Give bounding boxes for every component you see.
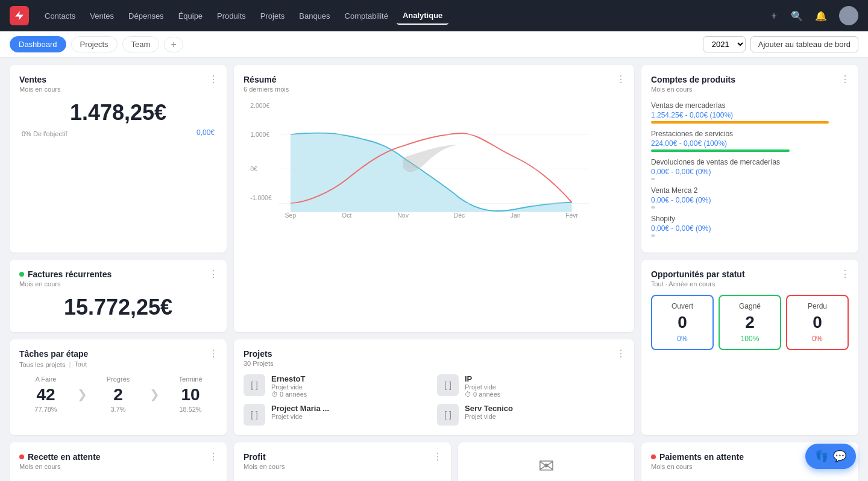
projets-card: Projets 30 Projets ⋮ [ ] ErnestoT Projet… xyxy=(234,339,634,435)
recette-dot xyxy=(19,454,24,459)
factures-amount: 15.772,25€ xyxy=(19,295,217,320)
projets-list: [ ] ErnestoT Projet vide ⏱ 0 années [ ] … xyxy=(244,374,624,426)
ventes-subtitle: Mois en cours xyxy=(19,86,217,93)
svg-text:Jan: Jan xyxy=(511,212,521,219)
svg-text:0€: 0€ xyxy=(250,166,257,172)
recette-menu[interactable]: ⋮ xyxy=(209,451,218,462)
compte-item-2: Devoluciones de ventas de mercaderías 0,… xyxy=(651,158,849,180)
factures-subtitle: Mois en cours xyxy=(19,280,217,288)
topnav: Contacts Ventes Dépenses Équipe Produits… xyxy=(0,0,868,31)
ventes-menu[interactable]: ⋮ xyxy=(209,74,218,85)
projet-item-0[interactable]: [ ] ErnestoT Projet vide ⏱ 0 années xyxy=(244,374,431,398)
nav-equipe[interactable]: Équipe xyxy=(172,8,209,24)
resume-menu[interactable]: ⋮ xyxy=(616,74,626,85)
projets-menu[interactable]: ⋮ xyxy=(616,348,626,359)
compte-item-1: Prestaciones de servicios 224,00€ - 0,00… xyxy=(651,130,849,152)
nav-contacts[interactable]: Contacts xyxy=(39,8,81,24)
svg-text:Févr: Févr xyxy=(565,212,578,219)
profit-menu[interactable]: ⋮ xyxy=(433,451,442,462)
opps-title: Opportunités par statut xyxy=(651,269,849,279)
compte-bar-2 xyxy=(651,178,655,180)
fab-chat-icon: 💬 xyxy=(833,450,846,463)
paiements-title: Paiements en attente xyxy=(659,452,744,462)
compte-item-0: Ventas de mercaderías 1.254,25€ - 0,00€ … xyxy=(651,101,849,124)
nav-depenses[interactable]: Dépenses xyxy=(122,8,170,24)
svg-text:Nov: Nov xyxy=(397,212,409,219)
projets-title: Projets xyxy=(244,349,624,359)
profit-subtitle: Mois en cours xyxy=(244,463,441,470)
recette-title: Recette en attente xyxy=(28,452,101,462)
compte-item-3: Venta Merca 2 0,00€ - 0,00€ (0%) xyxy=(651,186,849,209)
bell-icon[interactable]: 🔔 xyxy=(810,7,832,25)
tab-team[interactable]: Team xyxy=(122,36,160,52)
search-icon[interactable]: 🔍 xyxy=(786,7,808,25)
compte-bar-4 xyxy=(651,234,655,237)
tache-afaire: A Faire 42 77.78% xyxy=(19,376,72,413)
ventes-card: Ventes Mois en cours ⋮ 1.478,25€ 0% De l… xyxy=(10,65,227,253)
projet-icon-2: [ ] xyxy=(244,404,265,426)
nav-produits[interactable]: Produits xyxy=(211,8,252,24)
recette-amount: 1.783,73€ xyxy=(19,477,217,481)
taches-card: Tâches par étape Tous les projets | Tout… xyxy=(10,339,227,435)
opps-subtitle: Tout · Année en cours xyxy=(651,280,849,288)
svg-text:-1.000€: -1.000€ xyxy=(250,195,272,201)
projet-item-3[interactable]: [ ] Serv Tecnico Projet vide xyxy=(437,404,624,426)
tache-termine: Terminé 10 18.52% xyxy=(164,376,217,413)
svg-text:Sep: Sep xyxy=(285,212,297,219)
compte-item-4: Shopify 0,00€ - 0,00€ (0%) xyxy=(651,215,849,237)
resume-chart: 2.000€ 1.000€ 0€ -1.000€ Sep Oct Nov Déc… xyxy=(244,100,624,221)
taches-filter[interactable]: Tout xyxy=(74,360,87,368)
comptes-menu[interactable]: ⋮ xyxy=(840,74,850,85)
nav-ventes[interactable]: Ventes xyxy=(84,8,120,24)
arrow-2: ❯ xyxy=(147,387,162,401)
tabs-bar: Dashboard Projects Team + 2021 2020 2022… xyxy=(0,31,868,58)
add-icon[interactable]: ＋ xyxy=(764,6,784,26)
arrow-1: ❯ xyxy=(75,387,89,401)
svg-text:Oct: Oct xyxy=(342,212,351,219)
paiements-dot xyxy=(651,454,656,459)
projet-item-1[interactable]: [ ] IP Projet vide ⏱ 0 années xyxy=(437,374,624,398)
nav-analytique[interactable]: Analytique xyxy=(397,7,448,25)
compte-bar-0 xyxy=(651,121,829,124)
user-avatar[interactable] xyxy=(839,6,858,25)
nav-projets[interactable]: Projets xyxy=(254,8,291,24)
opp-gagne: Gagné 2 100% xyxy=(719,295,781,350)
taches-menu[interactable]: ⋮ xyxy=(209,348,218,359)
bottom-row: Recette en attente Mois en cours ⋮ 1.783… xyxy=(10,442,858,481)
year-select[interactable]: 2021 2020 2022 xyxy=(703,36,746,52)
fab-footprint-icon: 👣 xyxy=(815,450,828,463)
factures-menu[interactable]: ⋮ xyxy=(209,268,218,280)
paiements-amount: 146,41€ xyxy=(651,477,849,481)
tab-add-button[interactable]: + xyxy=(164,37,183,52)
svg-text:Déc: Déc xyxy=(454,212,465,219)
compte-bar-1 xyxy=(651,149,790,152)
comptes-card: Comptes de produits Mois en cours ⋮ Vent… xyxy=(641,65,858,253)
comptes-subtitle: Mois en cours xyxy=(651,86,849,93)
email-icon: ✉ xyxy=(538,454,555,477)
fab-button[interactable]: 👣 💬 xyxy=(805,444,856,469)
recette-card: Recette en attente Mois en cours ⋮ 1.783… xyxy=(10,442,227,481)
nav-comptabilite[interactable]: Comptabilité xyxy=(339,8,394,24)
recette-subtitle: Mois en cours xyxy=(19,463,217,470)
tache-progres: Progrès 2 3.7% xyxy=(92,376,145,413)
opps-menu[interactable]: ⋮ xyxy=(840,268,850,280)
resume-card: Résumé 6 derniers mois ⋮ 2.000€ 1.000€ 0… xyxy=(234,65,634,332)
logo[interactable] xyxy=(10,6,29,25)
resume-subtitle: 6 derniers mois xyxy=(244,86,289,93)
ventes-amount: 1.478,25€ xyxy=(19,100,217,125)
svg-text:1.000€: 1.000€ xyxy=(250,131,269,138)
tab-dashboard[interactable]: Dashboard xyxy=(10,36,66,52)
projet-icon-0: [ ] xyxy=(244,374,265,396)
profit-card: Profit Mois en cours ⋮ 1.357,25€ xyxy=(234,442,451,481)
nav-banques[interactable]: Banques xyxy=(293,8,336,24)
add-dashboard-button[interactable]: Ajouter au tableau de bord xyxy=(750,36,858,52)
svg-text:2.000€: 2.000€ xyxy=(250,102,269,109)
profit-title: Profit xyxy=(244,452,441,462)
projets-subtitle: 30 Projets xyxy=(244,360,624,367)
projet-item-2[interactable]: [ ] Project Maria ... Projet vide xyxy=(244,404,431,426)
email-card: ✉ 74 email(s) non lu(s) Envoyez des fact… xyxy=(458,442,634,481)
factures-dot xyxy=(19,272,24,277)
comptes-title: Comptes de produits xyxy=(651,75,849,84)
factures-title: Factures récurrentes xyxy=(28,269,112,279)
tab-projects[interactable]: Projects xyxy=(71,36,118,52)
